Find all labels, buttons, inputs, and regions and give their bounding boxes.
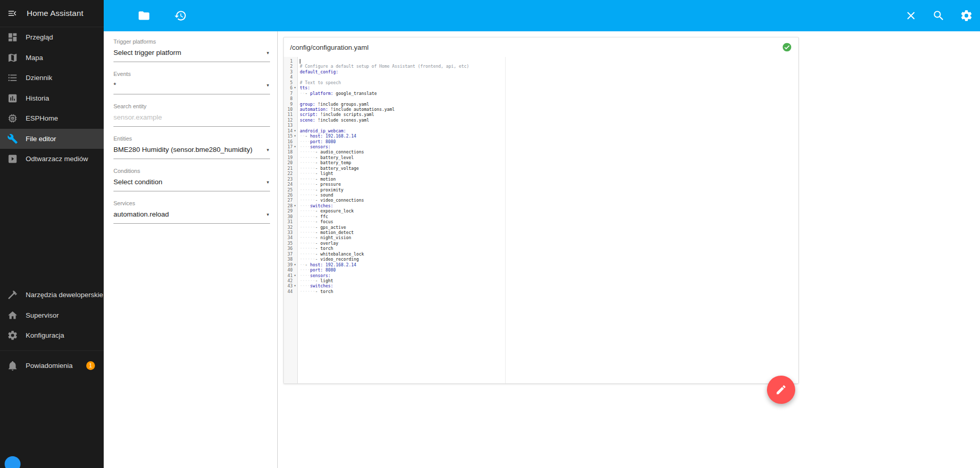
line-number: 35 — [287, 241, 293, 246]
line-number: 20 — [287, 160, 293, 165]
code-line-12[interactable]: scene: !include scenes.yaml — [300, 118, 798, 123]
fold-toggle-icon[interactable]: ▾ — [293, 273, 297, 278]
sidebar-item-odtwarzacz-medi-w[interactable]: Odtwarzacz mediów — [0, 149, 104, 169]
sidebar-item-esphome[interactable]: ESPHome — [0, 108, 104, 129]
code-line-40[interactable]: ····port: 8080 — [300, 267, 798, 272]
code-line-31[interactable]: ······- focus — [300, 219, 798, 224]
code-line-36[interactable]: ······- torch — [300, 246, 798, 251]
code-line-21[interactable]: ······- battery_voltage — [300, 166, 798, 171]
sidebar-item-file-editor[interactable]: File editor — [0, 129, 104, 149]
check-circle-icon — [782, 42, 792, 52]
code-line-15[interactable]: ··- host: 192.168.2.14 — [300, 133, 798, 139]
code-line-9[interactable]: group: !include groups.yaml — [300, 102, 798, 107]
code-line-25[interactable]: ······- proximity — [300, 187, 798, 192]
line-number: 18 — [287, 149, 293, 154]
code-line-8[interactable] — [300, 96, 798, 101]
fold-toggle-icon[interactable]: ▾ — [293, 203, 297, 208]
edit-fab-button[interactable] — [767, 376, 795, 404]
code-line-3[interactable]: default_config: — [300, 69, 798, 74]
code-line-44[interactable]: ······- torch — [300, 289, 798, 294]
history-icon — [174, 9, 187, 22]
code-line-27[interactable]: ······- video_connections — [300, 198, 798, 203]
chevron-down-icon: ▾ — [266, 147, 269, 152]
code-line-17[interactable]: ····sensors: — [300, 144, 798, 149]
fold-toggle-icon[interactable]: ▾ — [293, 128, 297, 133]
search-entity-input[interactable]: sensor.example — [113, 113, 270, 127]
fold-toggle-icon[interactable]: ▾ — [293, 133, 297, 139]
services-select[interactable]: automation.reload▾ — [113, 210, 270, 224]
sidebar-item-mapa[interactable]: Mapa — [0, 48, 104, 68]
code-line-39[interactable]: ··- host: 192.168.2.14 — [300, 262, 798, 267]
code-line-23[interactable]: ······- motion — [300, 177, 798, 182]
code-line-20[interactable]: ······- battery_temp — [300, 160, 798, 165]
code-line-38[interactable]: ······- video_recording — [300, 257, 798, 262]
code-line-2[interactable]: # Configure a default setup of Home Assi… — [300, 64, 798, 69]
sidebar-item-narz-dzia-deweloperskie[interactable]: Narzędzia deweloperskie — [0, 285, 104, 305]
code-line-18[interactable]: ······- audio_connections — [300, 149, 798, 154]
code-line-41[interactable]: ····sensors: — [300, 273, 798, 278]
code-line-13[interactable] — [300, 123, 798, 128]
sidebar-item-konfiguracja[interactable]: Konfiguracja — [0, 325, 104, 346]
code-line-37[interactable]: ······- whitebalance_lock — [300, 251, 798, 257]
line-number: 36 — [287, 246, 293, 251]
code-line-42[interactable]: ······- light — [300, 278, 798, 283]
code-line-35[interactable]: ······- overlay — [300, 241, 798, 246]
line-number: 9 — [290, 102, 293, 107]
code-line-5[interactable]: # Text to speech — [300, 80, 798, 85]
code-line-43[interactable]: ····switches: — [300, 283, 798, 288]
sidebar-item-supervisor[interactable]: Supervisor — [0, 305, 104, 326]
fold-toggle-icon[interactable]: ▾ — [293, 283, 297, 288]
code-line-34[interactable]: ······- night_vision — [300, 235, 798, 240]
code-line-10[interactable]: automation: !include automations.yaml — [300, 107, 798, 112]
code-line-6[interactable]: tts: — [300, 85, 798, 90]
field-label: Conditions — [113, 168, 270, 174]
sidebar-item-powiadomienia[interactable]: Powiadomienia1 — [0, 356, 104, 376]
gutter-line-7: 7 — [284, 91, 297, 96]
settings-button[interactable] — [960, 9, 973, 22]
hammer-icon — [7, 289, 18, 300]
code-line-26[interactable]: ······- sound — [300, 192, 798, 198]
code-line-33[interactable]: ······- motion_detect — [300, 230, 798, 235]
code-line-22[interactable]: ······- light — [300, 171, 798, 176]
trigger-platform-select[interactable]: Select trigger platform▾ — [113, 48, 270, 62]
sidebar-divider — [0, 346, 104, 356]
entities-select[interactable]: BME280 Humidity (sensor.bme280_humidity)… — [113, 145, 270, 159]
code-line-24[interactable]: ······- pressure — [300, 182, 798, 187]
fold-toggle-icon[interactable]: ▾ — [293, 262, 297, 267]
history-button[interactable] — [174, 9, 187, 22]
sidebar-item-historia[interactable]: Historia — [0, 88, 104, 109]
pencil-icon — [775, 384, 787, 396]
gutter-line-43: 43▾ — [284, 283, 297, 288]
fold-toggle-icon[interactable]: ▾ — [293, 85, 297, 90]
code-line-11[interactable]: script: !include scripts.yaml — [300, 112, 798, 117]
code-line-19[interactable]: ······- battery_level — [300, 155, 798, 160]
code-line-30[interactable]: ······- ffc — [300, 214, 798, 219]
sidebar-toggle-button[interactable] — [4, 5, 21, 22]
code-line-32[interactable]: ······- gps_active — [300, 225, 798, 230]
code-line-1[interactable] — [300, 59, 798, 64]
code-line-29[interactable]: ······- exposure_lock — [300, 208, 798, 213]
search-button[interactable] — [932, 9, 945, 22]
code-line-4[interactable] — [300, 74, 798, 80]
close-button[interactable] — [905, 9, 917, 22]
code-editor[interactable]: 123456▾7891011121314▾15▾1617▾18192021222… — [284, 57, 798, 383]
code-line-16[interactable]: ····port: 8080 — [300, 139, 798, 144]
code-line-14[interactable]: android_ip_webcam: — [300, 128, 798, 133]
sidebar-user[interactable] — [0, 376, 104, 468]
field-label: Events — [113, 71, 270, 77]
fold-toggle-icon[interactable]: ▾ — [293, 144, 297, 149]
user-avatar — [5, 456, 21, 468]
code-line-7[interactable]: ··- platform: google_translate — [300, 91, 798, 96]
line-number: 13 — [287, 123, 293, 128]
conditions-select[interactable]: Select condition▾ — [113, 178, 270, 191]
gutter-line-2: 2 — [284, 64, 297, 69]
sidebar-item-dziennik[interactable]: Dziennik — [0, 68, 104, 88]
search-icon — [932, 9, 945, 22]
folder-button[interactable] — [138, 9, 150, 22]
editor-code-area[interactable]: # Configure a default setup of Home Assi… — [298, 57, 798, 383]
field-entities: EntitiesBME280 Humidity (sensor.bme280_h… — [113, 135, 270, 159]
code-line-28[interactable]: ····switches: — [300, 203, 798, 208]
line-number: 1 — [290, 59, 293, 64]
sidebar-item-przegl-d[interactable]: Przegląd — [0, 27, 104, 48]
events-select[interactable]: *▾ — [113, 81, 270, 94]
